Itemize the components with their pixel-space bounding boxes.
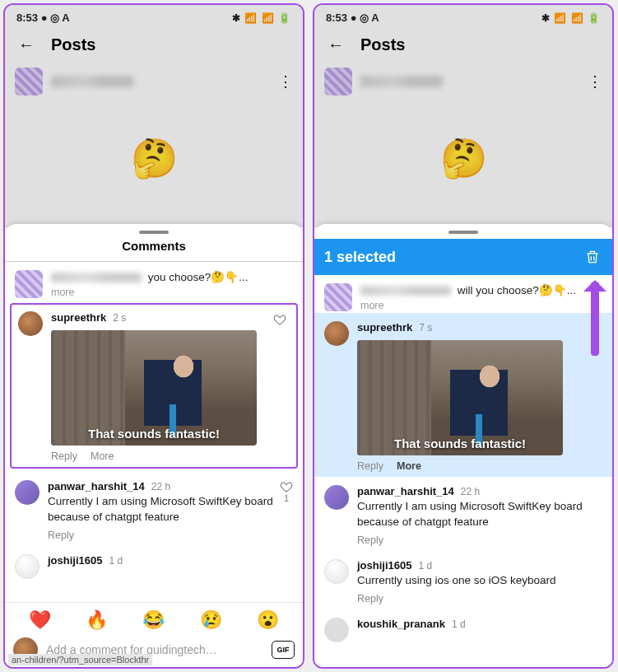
selection-bar: 1 selected [314,239,612,275]
gif-button[interactable]: GIF [272,641,295,659]
comment-avatar[interactable] [18,311,43,336]
reaction-laugh[interactable]: 😂 [142,609,165,631]
comment-row[interactable]: koushik_pranank 1 d [314,609,612,642]
reply-button[interactable]: Reply [48,530,74,541]
comment-avatar[interactable] [324,618,349,642]
comment-time: 1 d [109,555,123,567]
comment-avatar[interactable] [15,480,39,505]
author-avatar[interactable] [324,68,352,96]
comment-text: Currently using ios one so iOS keyboard [357,573,602,588]
top-bar: ← Posts [314,27,612,63]
post-caption: will you choose?🤔👇... more [314,275,612,313]
caption-more[interactable]: more [360,300,383,311]
status-indicators: ✱ 📶 📶 🔋 [541,12,601,24]
comment-username[interactable]: panwar_harshit_14 [357,485,454,497]
comment-avatar[interactable] [15,554,39,579]
post-author-row: ⋮ [5,63,303,100]
comment-time: 1 d [452,618,466,630]
comment-avatar[interactable] [324,321,349,346]
selection-count: 1 selected [324,249,396,266]
comment-username[interactable]: supreethrk [51,311,106,324]
status-bar: 8:53 ● ◎ A ✱ 📶 📶 🔋 [5,5,303,27]
status-indicators: ✱ 📶 📶 🔋 [232,12,291,24]
post-background: 8:53 ● ◎ A ✱ 📶 📶 🔋 ← Posts ⋮ 🤔 [314,5,612,227]
reaction-heart[interactable]: ❤️ [29,609,51,631]
gif-caption: That sounds fantastic! [51,427,257,441]
comment-username[interactable]: panwar_harshit_14 [48,480,145,492]
status-bar: 8:53 ● ◎ A ✱ 📶 📶 🔋 [314,5,612,27]
comment-time: 7 s [419,322,432,334]
more-button[interactable]: More [397,460,421,472]
thinking-face-icon: 🤔 [131,136,178,180]
phone-right: 8:53 ● ◎ A ✱ 📶 📶 🔋 ← Posts ⋮ 🤔 1 selecte… [313,3,614,669]
comment-gif[interactable]: That sounds fantastic! [357,340,563,455]
comment-time: 1 d [418,560,432,572]
comment-time: 2 s [113,312,126,324]
comment-row[interactable]: joshiji1605 1 d [5,546,303,579]
url-leak-text: an-children/?utm_source=Blockthr [8,654,152,665]
annotation-arrow [591,282,599,356]
post-menu-icon[interactable]: ⋮ [278,72,293,91]
caption-username-blurred [360,286,451,296]
phone-left: 8:53 ● ◎ A ✱ 📶 📶 🔋 ← Posts ⋮ 🤔 Comments … [3,3,304,669]
like-comment-icon[interactable]: 1 [280,480,293,503]
comment-text: Currently I am using Microsoft SwiftKey … [357,499,602,529]
trash-icon [584,249,601,265]
back-icon[interactable]: ← [328,35,344,54]
top-bar: ← Posts [5,27,303,63]
comment-row[interactable]: joshiji1605 1 d Currently using ios one … [314,551,612,609]
comment-row[interactable]: supreethrk 7 s That sounds fantastic! Re… [314,313,612,477]
reply-button[interactable]: Reply [357,593,383,604]
like-comment-icon[interactable] [273,313,286,326]
thinking-face-icon: 🤔 [440,136,487,180]
page-title: Posts [360,35,405,54]
caption-text: will you choose?🤔👇... [458,284,576,296]
reply-button[interactable]: Reply [357,460,383,472]
caption-avatar[interactable] [324,283,352,311]
post-image: 🤔 [314,100,612,216]
comment-avatar[interactable] [324,485,349,510]
more-button[interactable]: More [91,450,114,462]
comment-row[interactable]: panwar_harshit_14 22 h Currently I am us… [5,472,303,545]
comment-avatar[interactable] [324,559,349,584]
caption-avatar[interactable] [15,270,43,298]
comments-sheet: 1 selected will you choose?🤔👇... more su… [314,224,612,667]
post-background: 8:53 ● ◎ A ✱ 📶 📶 🔋 ← Posts ⋮ 🤔 [5,5,303,227]
comment-username[interactable]: joshiji1605 [48,554,102,567]
caption-username-blurred [51,273,142,282]
post-caption: you choose?🤔👇... more [5,262,303,300]
comment-text: Currently I am using Microsoft SwiftKey … [48,494,293,524]
reaction-cry[interactable]: 😢 [200,609,222,631]
comment-row[interactable]: supreethrk 2 s That sounds fantastic! Re… [10,303,298,469]
sheet-handle[interactable] [139,231,169,234]
caption-more[interactable]: more [51,287,74,298]
status-time: 8:53 ● ◎ A [326,12,379,24]
reaction-fire[interactable]: 🔥 [86,609,108,631]
comment-row[interactable]: panwar_harshit_14 22 h Currently I am us… [314,477,612,550]
post-author-row: ⋮ [314,63,612,100]
post-menu-icon[interactable]: ⋮ [588,72,602,91]
comment-username[interactable]: joshiji1605 [357,559,411,572]
gif-caption: That sounds fantastic! [357,436,563,450]
comment-time: 22 h [151,481,170,492]
comment-gif[interactable]: That sounds fantastic! [51,330,257,446]
comment-username[interactable]: supreethrk [357,321,412,334]
author-name-blurred [51,76,133,87]
sheet-handle[interactable] [448,231,478,234]
post-image: 🤔 [5,100,303,216]
author-avatar[interactable] [15,68,43,96]
status-time: 8:53 ● ◎ A [16,12,70,24]
quick-reactions: ❤️ 🔥 😂 😢 😮 [5,602,303,632]
comment-time: 22 h [461,486,480,497]
like-count: 1 [284,493,289,503]
reply-button[interactable]: Reply [357,534,383,546]
comment-username[interactable]: koushik_pranank [357,618,445,630]
back-icon[interactable]: ← [18,35,35,54]
reaction-wow[interactable]: 😮 [257,609,279,631]
caption-text: you choose?🤔👇... [148,271,249,283]
reply-button[interactable]: Reply [51,450,77,462]
page-title: Posts [51,35,95,54]
sheet-title: Comments [5,239,303,262]
comments-sheet: Comments you choose?🤔👇... more supreethr… [5,224,303,667]
delete-button[interactable] [583,247,602,267]
